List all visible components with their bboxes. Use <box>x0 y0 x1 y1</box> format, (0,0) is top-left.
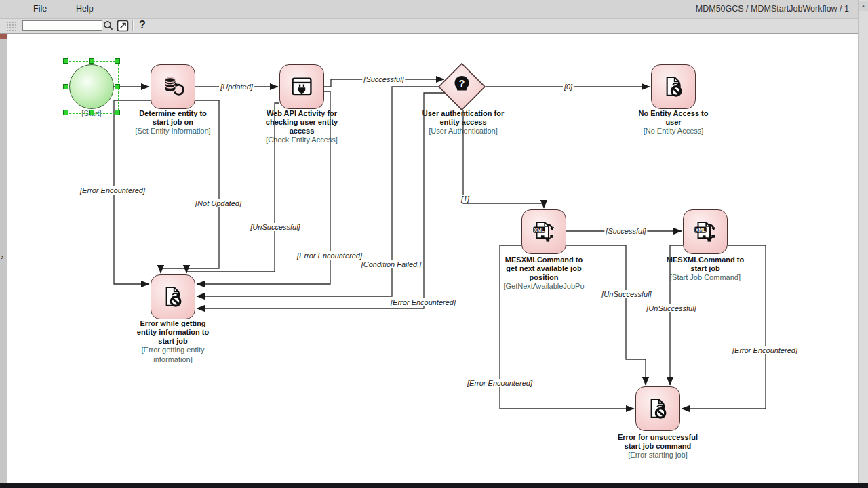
toolbar-separator <box>132 20 134 30</box>
selection-handle[interactable] <box>89 58 94 64</box>
search-icon[interactable] <box>102 20 115 32</box>
scroll-up-icon: ▲ <box>861 3 866 8</box>
database-sync-icon <box>159 73 187 101</box>
document-blocked-icon <box>159 283 187 311</box>
svg-text:XML: XML <box>534 227 545 233</box>
scroll-up-button[interactable]: ▲ <box>859 1 868 11</box>
edge-label[interactable]: [Successful] <box>362 75 405 83</box>
drag-grip-icon[interactable] <box>5 20 18 32</box>
svg-text:?: ? <box>459 78 465 89</box>
connector-layer <box>0 0 868 488</box>
node-error-entity[interactable] <box>151 274 195 319</box>
auth-question-head-icon: ? <box>455 76 469 91</box>
edge-label[interactable]: [Error Encountered] <box>389 298 457 306</box>
edge-label[interactable]: [Updated] <box>219 83 254 91</box>
selection-handle[interactable] <box>89 110 94 115</box>
edge-auth-to-mes-next[interactable] <box>463 110 544 208</box>
document-blocked-icon <box>659 73 688 101</box>
edge-mes-next-unsuccessful[interactable] <box>566 245 646 385</box>
web-api-icon <box>288 73 316 101</box>
collapsed-left-panel[interactable]: › <box>0 33 7 483</box>
node-error-start-job[interactable] <box>635 386 680 431</box>
node-webapi-activity[interactable] <box>279 64 324 109</box>
help-icon[interactable]: ? <box>139 19 146 31</box>
selection-handle[interactable] <box>115 58 120 64</box>
edge-label[interactable]: [Condition Failed.] <box>360 260 423 268</box>
edge-label[interactable]: [Not Updated] <box>194 199 243 207</box>
navigate-box-icon[interactable] <box>117 20 129 32</box>
edge-label[interactable]: [Error Encountered] <box>296 251 363 260</box>
edge-label[interactable]: [Error Encountered] <box>79 186 146 195</box>
selection-handle[interactable] <box>63 110 68 115</box>
svg-text:XML: XML <box>695 227 706 233</box>
vertical-scrollbar[interactable]: ▲ <box>858 0 868 483</box>
node-user-authentication[interactable]: ? <box>437 62 487 112</box>
edge-label[interactable]: [UnSuccessful] <box>600 290 652 298</box>
menu-bar: File Help MDM50GCS / MDMStartJobWorkflow… <box>0 0 859 19</box>
edge-determine-not-updated[interactable] <box>161 100 219 273</box>
search-input[interactable] <box>22 20 102 30</box>
selection-outline <box>66 61 119 114</box>
edge-label[interactable]: [UnSuccessful] <box>645 304 697 312</box>
selection-handle[interactable] <box>63 84 68 89</box>
expand-chevron-icon: › <box>1 251 3 262</box>
selection-handle[interactable] <box>115 110 120 115</box>
selection-handle[interactable] <box>115 84 120 89</box>
edge-mes-start-unsuccessful[interactable] <box>670 245 683 385</box>
bottom-window-edge <box>0 483 868 488</box>
node-mes-start-job[interactable]: XML <box>683 209 728 254</box>
document-blocked-icon <box>644 394 672 423</box>
node-mes-next-job[interactable]: XML <box>521 209 566 254</box>
toolbar: ? <box>0 19 859 34</box>
edge-label[interactable]: [1] <box>460 195 471 203</box>
xml-command-icon: XML <box>530 218 558 246</box>
edge-mes-start-error[interactable] <box>682 245 766 409</box>
breadcrumb: MDM50GCS / MDMStartJobWorkflow / 1 <box>696 4 849 14</box>
xml-command-icon: XML <box>691 218 719 246</box>
panel-top-cap <box>0 33 7 39</box>
node-no-entity-access[interactable] <box>651 64 696 109</box>
menu-file[interactable]: File <box>33 4 47 14</box>
edge-label[interactable]: [Error Encountered] <box>466 379 534 387</box>
edge-label[interactable]: [UnSuccessful] <box>249 223 301 231</box>
edge-label[interactable]: [Successful] <box>604 227 647 235</box>
edge-label[interactable]: [Error Encountered] <box>731 346 799 354</box>
menu-help[interactable]: Help <box>76 4 94 14</box>
edge-label[interactable]: [0] <box>563 83 574 91</box>
selection-handle[interactable] <box>63 58 68 64</box>
node-determine-entity[interactable] <box>151 64 195 109</box>
edge-webapi-unsuccessful[interactable] <box>186 103 279 273</box>
